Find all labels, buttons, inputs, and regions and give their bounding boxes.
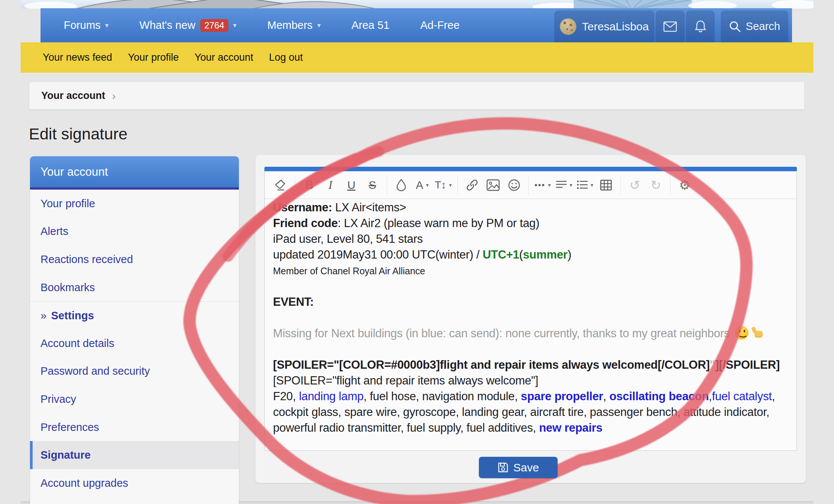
toolbar-separator (458, 175, 458, 195)
editor-text-segment: landing lamp (299, 390, 363, 403)
editor-text-segment: spare propeller (521, 390, 603, 403)
header-artwork (21, 0, 813, 9)
username-label: TeresaLisboa (582, 20, 649, 33)
chevron-down-icon[interactable]: ▾ (105, 21, 109, 30)
nav-item-label: What's new (140, 19, 195, 31)
edit-signature-page: Forums ▾ What's new 2764 ▾ Members ▾ Are… (0, 0, 834, 504)
nav-user-area: TeresaLisboa Search (554, 10, 788, 42)
editor-blank-line (273, 310, 796, 326)
editor-line: [SPOILER="flight and repair items always… (273, 373, 796, 389)
editor-text-segment: Username: (273, 201, 332, 214)
sidebar-item-password-and-security[interactable]: Password and security (30, 357, 239, 386)
sidebar-item-connected-accounts[interactable]: Connected accounts (30, 497, 239, 504)
more-options-button[interactable]: ••• ▾ (532, 174, 554, 196)
search-button[interactable]: Search (721, 10, 788, 42)
editor-text-segment: F20, (273, 390, 299, 403)
signature-editor-content[interactable]: Username: LX Air<items>Friend code: LX A… (265, 199, 796, 436)
list-icon (577, 180, 588, 190)
bold-button[interactable]: B (299, 174, 320, 196)
alignment-button[interactable]: ▾ (554, 174, 574, 196)
remove-format-button[interactable] (270, 174, 291, 196)
editor-line: [SPOILER="[COLOR=#0000b3]flight and repa… (273, 357, 796, 373)
insert-table-button[interactable] (596, 174, 616, 196)
align-icon (556, 180, 567, 190)
editor-text-segment: Missing for Next buildings (in blue: can… (273, 327, 733, 340)
sidebar-list: Your profile Alerts Reactions received B… (30, 190, 239, 504)
editor-text-segment: oscillating beacon (609, 390, 709, 403)
page-title: Edit signature (29, 125, 128, 143)
account-menu-button[interactable]: TeresaLisboa (554, 10, 654, 42)
editor-text-segment: , (603, 390, 609, 403)
subnav-your-profile[interactable]: Your profile (120, 52, 187, 63)
editor-line: Username: LX Air<items> (273, 200, 796, 215)
smiley-icon (508, 179, 520, 191)
sidebar-header[interactable]: Your account (30, 156, 239, 187)
sidebar-item-reactions-received[interactable]: Reactions received (30, 245, 239, 274)
subnav-your-news-feed[interactable]: Your news feed (35, 52, 120, 63)
sidebar-item-alerts[interactable]: Alerts (30, 218, 239, 246)
sidebar-item-your-profile[interactable]: Your profile (30, 190, 239, 218)
redo-button[interactable]: ↻ (645, 174, 666, 196)
list-button[interactable]: ▾ (574, 174, 596, 196)
editor-line: iPad user, Level 80, 541 stars (273, 231, 796, 247)
editor-text-segment: ) (567, 248, 571, 261)
breadcrumb-your-account[interactable]: Your account (41, 90, 105, 102)
editor-text-segment: , (772, 390, 775, 403)
insert-link-button[interactable] (462, 174, 483, 196)
search-label: Search (746, 20, 780, 33)
sidebar-item-preferences[interactable]: Preferences (30, 413, 239, 441)
editor-toolbar: B I U S A ▾ T↕ ▾ (265, 171, 796, 199)
editor-line: EVENT: (273, 294, 796, 310)
font-size-button[interactable]: T↕ ▾ (433, 174, 454, 196)
smilies-button[interactable] (504, 174, 525, 196)
sidebar-item-privacy[interactable]: Privacy (30, 385, 239, 413)
undo-button[interactable]: ↺ (624, 174, 645, 196)
editor-line: Missing for Next buildings (in blue: can… (273, 326, 796, 341)
caret-down-icon: ▾ (570, 182, 573, 188)
editor-text-segment: : LX Air2 (please warn me by PM or tag) (338, 217, 539, 230)
alerts-button[interactable] (686, 10, 715, 42)
save-icon (498, 462, 508, 473)
droplet-icon (396, 179, 406, 191)
editor-text-segment: EVENT: (273, 295, 314, 308)
conversations-button[interactable] (656, 10, 685, 42)
nav-item-label: Area 51 (351, 19, 390, 31)
sidebar-item-signature[interactable]: Signature (30, 441, 239, 469)
nav-item-ad-free[interactable]: Ad-Free (420, 19, 460, 31)
envelope-icon (663, 21, 677, 32)
toolbar-separator (387, 175, 387, 195)
sidebar-item-settings[interactable]: » Settings (30, 301, 239, 329)
sidebar-item-account-upgrades[interactable]: Account upgrades (30, 469, 239, 497)
caret-down-icon: ▾ (548, 182, 552, 188)
text-color-button[interactable] (391, 174, 412, 196)
thumbs-up-emoji (751, 326, 764, 339)
editor-line: cockpit glass, spare wire, gyroscope, la… (273, 404, 796, 420)
underline-button[interactable]: U (341, 174, 362, 196)
link-icon (466, 179, 478, 191)
strikethrough-button[interactable]: S (362, 174, 383, 196)
sidebar-item-bookmarks[interactable]: Bookmarks (30, 274, 239, 302)
sidebar-item-account-details[interactable]: Account details (30, 329, 239, 357)
nav-item-whats-new[interactable]: What's new 2764 ▾ (140, 19, 237, 32)
save-button[interactable]: Save (479, 457, 558, 478)
toolbar-separator (528, 175, 529, 195)
editor-text-segment: [SPOILER="flight and repair items always… (273, 374, 538, 387)
subnav-your-account[interactable]: Your account (187, 52, 261, 63)
chevron-down-icon[interactable]: ▾ (317, 21, 321, 30)
nav-item-members[interactable]: Members ▾ (267, 19, 321, 31)
subnav-log-out[interactable]: Log out (261, 52, 310, 63)
image-icon (486, 179, 500, 191)
chevrons-right-icon: » (40, 310, 46, 322)
caret-down-icon: ▾ (591, 182, 594, 188)
editor-line: updated 2019May31 00:00 UTC(winter) / UT… (273, 247, 796, 263)
nav-item-area-51[interactable]: Area 51 (351, 19, 390, 31)
chevron-down-icon[interactable]: ▾ (233, 21, 237, 30)
italic-button[interactable]: I (320, 174, 341, 196)
insert-image-button[interactable] (483, 174, 504, 196)
nav-item-label: Members (267, 19, 313, 31)
editor-text-segment: ][/SPOILER] (715, 358, 780, 371)
editor-settings-button[interactable]: ⚙ (674, 174, 695, 196)
font-color-button[interactable]: A ▾ (412, 174, 433, 196)
nav-item-forums[interactable]: Forums ▾ (64, 19, 109, 31)
header-artwork-image (21, 0, 813, 9)
